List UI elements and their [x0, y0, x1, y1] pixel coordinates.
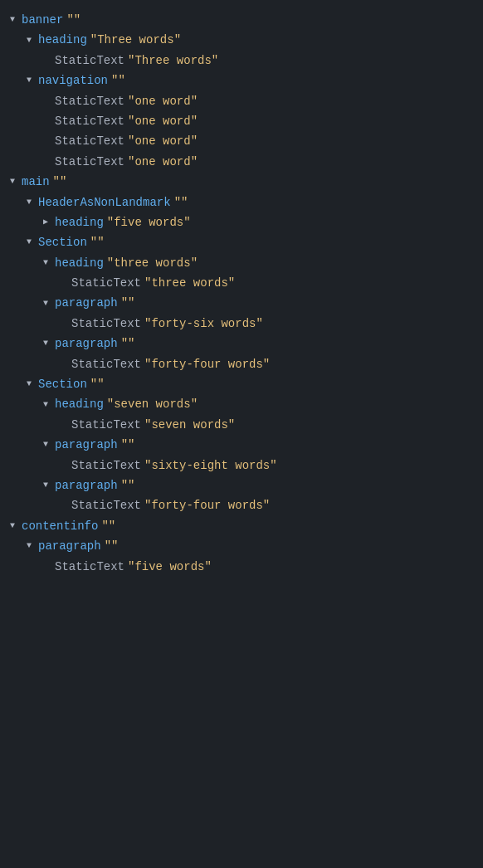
toggle-icon[interactable]: [40, 257, 51, 269]
toggle-icon[interactable]: [23, 237, 35, 248]
node-row[interactable]: paragraph "": [0, 334, 483, 354]
node-type: StaticText: [55, 51, 124, 70]
node-label: "three words": [144, 274, 235, 292]
node-type: StaticText: [55, 558, 124, 576]
tree-node: heading "five words": [0, 212, 483, 232]
node-type: contentinfo: [22, 517, 98, 535]
node-row[interactable]: contentinfo "": [0, 516, 483, 536]
node-label: "one word": [128, 112, 198, 130]
node-type: paragraph: [55, 334, 118, 353]
tree-node: paragraph ""StaticText "sixty-eight word…: [0, 435, 483, 475]
node-row[interactable]: heading "seven words": [0, 394, 483, 414]
node-label: "one word": [128, 153, 198, 171]
node-row[interactable]: StaticText "three words": [0, 273, 483, 293]
node-label: "": [101, 517, 115, 535]
node-label: "forty-four words": [144, 355, 270, 373]
node-label: "": [90, 233, 105, 251]
tree-node: banner ""heading "Three words"StaticText…: [0, 10, 483, 172]
node-type: heading: [55, 213, 104, 232]
toggle-icon[interactable]: [40, 217, 51, 228]
node-row[interactable]: banner "": [0, 10, 483, 30]
node-label: "seven words": [107, 395, 198, 413]
tree-node: Section ""heading "seven words"StaticTex…: [0, 374, 483, 516]
node-label: "five words": [128, 558, 212, 576]
toggle-icon[interactable]: [23, 378, 35, 390]
node-label: "": [121, 476, 135, 495]
node-row[interactable]: StaticText "seven words": [0, 415, 483, 435]
node-type: StaticText: [71, 416, 141, 434]
node-type: StaticText: [71, 315, 141, 333]
node-row[interactable]: heading "five words": [0, 212, 483, 232]
node-type: Section: [38, 375, 87, 393]
tree-node: StaticText "one word": [0, 111, 483, 131]
tree-node: StaticText "Three words": [0, 51, 483, 71]
node-row[interactable]: main "": [0, 172, 483, 192]
node-label: "five words": [107, 213, 191, 232]
node-row[interactable]: StaticText "forty-four words": [0, 354, 483, 374]
node-type: StaticText: [71, 496, 141, 514]
node-row[interactable]: heading "three words": [0, 253, 483, 273]
node-type: StaticText: [71, 355, 141, 373]
node-label: "three words": [107, 254, 198, 272]
node-row[interactable]: paragraph "": [0, 293, 483, 313]
toggle-icon[interactable]: [7, 176, 18, 188]
tree-node: StaticText "one word": [0, 131, 483, 151]
toggle-icon[interactable]: [40, 439, 51, 451]
node-row[interactable]: Section "": [0, 232, 483, 252]
toggle-icon[interactable]: [7, 14, 18, 26]
toggle-icon[interactable]: [40, 298, 51, 310]
node-label: "": [121, 334, 135, 353]
node-type: heading: [38, 31, 87, 49]
toggle-icon[interactable]: [40, 338, 51, 349]
node-row[interactable]: StaticText "one word": [0, 152, 483, 172]
node-type: Section: [38, 233, 87, 251]
node-row[interactable]: StaticText "five words": [0, 557, 483, 577]
tree-node: paragraph ""StaticText "forty-four words…: [0, 475, 483, 516]
toggle-icon[interactable]: [23, 35, 35, 46]
node-row[interactable]: paragraph "": [0, 536, 483, 556]
node-row[interactable]: HeaderAsNonLandmark "": [0, 193, 483, 212]
node-row[interactable]: StaticText "forty-four words": [0, 495, 483, 515]
tree-node: paragraph ""StaticText "five words": [0, 536, 483, 577]
node-row[interactable]: StaticText "forty-six words": [0, 314, 483, 334]
toggle-icon[interactable]: [23, 75, 35, 86]
node-label: "one word": [128, 92, 198, 110]
toggle-icon[interactable]: [7, 520, 18, 532]
node-type: StaticText: [71, 274, 141, 292]
node-type: paragraph: [55, 294, 118, 312]
node-row[interactable]: navigation "": [0, 71, 483, 90]
node-label: "": [121, 436, 135, 454]
tree-node: StaticText "three words": [0, 273, 483, 293]
node-row[interactable]: StaticText "one word": [0, 91, 483, 111]
node-type: paragraph: [38, 537, 101, 555]
node-row[interactable]: StaticText "one word": [0, 131, 483, 151]
tree-node: heading "three words"StaticText "three w…: [0, 253, 483, 294]
tree-node: StaticText "one word": [0, 152, 483, 172]
node-row[interactable]: paragraph "": [0, 435, 483, 455]
toggle-icon[interactable]: [23, 197, 35, 208]
node-type: StaticText: [71, 456, 141, 475]
node-type: HeaderAsNonLandmark: [38, 193, 171, 212]
node-row[interactable]: StaticText "one word": [0, 111, 483, 131]
node-type: navigation: [38, 71, 108, 90]
node-label: "": [111, 71, 125, 90]
toggle-icon[interactable]: [23, 540, 35, 552]
node-type: heading: [55, 254, 104, 272]
node-row[interactable]: StaticText "sixty-eight words": [0, 456, 483, 475]
node-label: "Three words": [128, 51, 218, 70]
node-type: StaticText: [55, 132, 124, 150]
tree-node: StaticText "seven words": [0, 415, 483, 435]
node-row[interactable]: paragraph "": [0, 475, 483, 495]
node-row[interactable]: StaticText "Three words": [0, 51, 483, 71]
node-type: paragraph: [55, 476, 118, 495]
node-row[interactable]: Section "": [0, 374, 483, 394]
node-label: "forty-four words": [144, 496, 270, 514]
node-row[interactable]: heading "Three words": [0, 30, 483, 50]
toggle-icon[interactable]: [40, 399, 51, 411]
toggle-icon[interactable]: [40, 480, 51, 491]
tree-node: paragraph ""StaticText "forty-six words": [0, 293, 483, 334]
tree-node: contentinfo ""paragraph ""StaticText "fi…: [0, 516, 483, 577]
node-type: banner: [22, 11, 63, 29]
node-label: "": [174, 193, 188, 212]
tree-node: StaticText "sixty-eight words": [0, 456, 483, 475]
